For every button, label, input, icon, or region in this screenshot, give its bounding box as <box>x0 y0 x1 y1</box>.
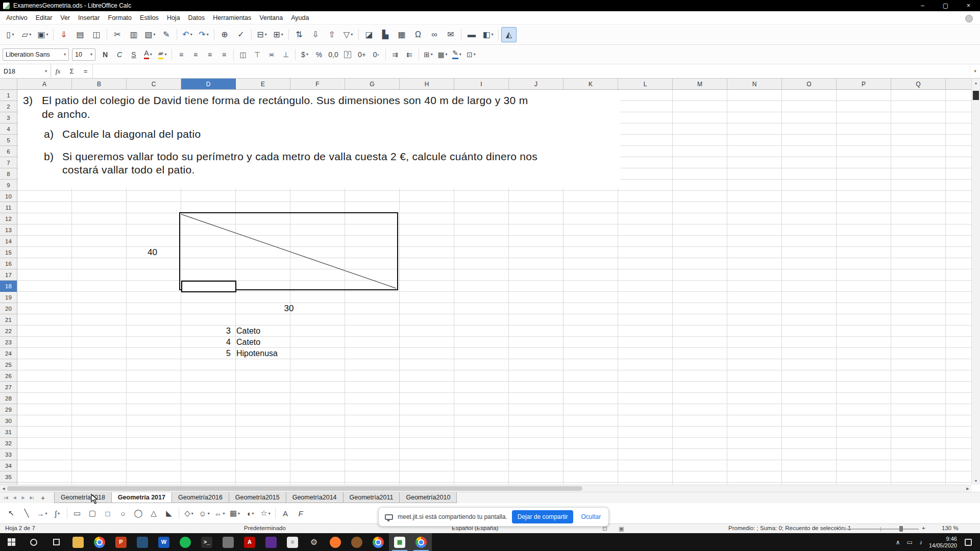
italic-button[interactable]: C <box>113 48 126 61</box>
close-button[interactable]: × <box>957 0 980 11</box>
increase-indent-button[interactable]: ⇉ <box>388 48 402 61</box>
sheet-tab[interactable]: Geometría2014 <box>286 492 344 503</box>
vertical-scroll-thumb[interactable] <box>973 91 979 100</box>
square-tool[interactable]: □ <box>101 506 115 520</box>
bold-button[interactable]: N <box>99 48 112 61</box>
curves-polygons-tool[interactable]: ∫ ▾ <box>50 506 64 520</box>
column-header[interactable] <box>946 79 971 89</box>
align-bottom-button[interactable]: ⊥ <box>279 48 292 61</box>
sheet-tab[interactable]: Geometría2016 <box>172 492 229 503</box>
border-color-button[interactable]: ✎ ▾ <box>450 48 463 61</box>
zoom-slider-track[interactable] <box>843 529 919 530</box>
borders-button[interactable]: ⊞ ▾ <box>422 48 435 61</box>
taskbar-app-icon[interactable] <box>260 533 282 551</box>
font-color-button[interactable]: A ▾ <box>141 48 155 61</box>
show-draw-functions-button[interactable]: ◭ <box>501 27 517 42</box>
menu-item[interactable]: Insertar <box>74 12 104 23</box>
menu-item[interactable]: Ayuda <box>287 12 313 23</box>
format-currency-button[interactable]: $ ▾ <box>298 48 311 61</box>
column-header[interactable]: M <box>673 79 727 89</box>
sheet-count-status[interactable]: Hoja 2 de 7 <box>5 525 35 531</box>
open-file-button[interactable]: ▱ ▾ <box>19 27 34 42</box>
row-header[interactable]: 27 <box>0 382 17 393</box>
insert-columns-button[interactable]: ⊞ ▾ <box>271 27 286 42</box>
block-arrows-tool[interactable]: ⇔ ▾ <box>212 506 227 520</box>
sort-button[interactable]: ⇅ <box>291 27 307 42</box>
align-left-button[interactable]: ≡ <box>175 48 188 61</box>
paste-button[interactable]: ▧ ▾ <box>142 27 158 42</box>
taskbar-settings-icon[interactable]: ⚙ <box>303 533 325 551</box>
center-vertically-button[interactable]: ≍ <box>265 48 278 61</box>
underline-button[interactable]: S <box>127 48 140 61</box>
column-header[interactable]: I <box>454 79 509 89</box>
previous-sheet-button[interactable]: ◀ <box>10 495 19 500</box>
insert-hyperlink-button[interactable]: ∞ <box>427 27 442 42</box>
spreadsheet-cell[interactable]: 5 <box>182 349 233 358</box>
taskbar-folder-icon[interactable] <box>67 533 89 551</box>
format-number-button[interactable]: 0,0 <box>327 48 340 61</box>
font-name-combo[interactable]: Liberation Sans ▾ <box>3 48 69 61</box>
freeze-rows-columns-button[interactable]: ◧ ▾ <box>480 27 496 42</box>
highlighting-color-button[interactable]: ▰ ▾ <box>156 48 169 61</box>
row-header[interactable]: 25 <box>0 359 17 370</box>
align-justified-button[interactable]: ≡ <box>217 48 231 61</box>
basic-shapes-tool[interactable]: ◇ ▾ <box>182 506 196 520</box>
first-sheet-button[interactable]: |◀ <box>2 495 10 500</box>
taskbar-notepad-icon[interactable]: ≡ <box>282 533 303 551</box>
update-notification-icon[interactable] <box>965 15 973 22</box>
row-header[interactable]: 11 <box>0 202 17 213</box>
insert-line-tool[interactable]: ╲ <box>19 506 34 520</box>
taskbar-chrome-icon[interactable] <box>89 533 110 551</box>
copy-button[interactable]: ▥ <box>126 27 141 42</box>
save-button[interactable]: ▣ ▾ <box>35 27 51 42</box>
row-header[interactable]: 28 <box>0 393 17 404</box>
redo-button[interactable]: ↷ ▾ <box>196 27 211 42</box>
taskbar-app-icon[interactable] <box>132 533 153 551</box>
row-header[interactable]: 4 <box>0 123 17 135</box>
merge-cells-button[interactable]: ◫ <box>236 48 250 61</box>
row-header[interactable]: 17 <box>0 269 17 281</box>
hide-notification-button[interactable]: Ocultar <box>578 510 604 523</box>
decrease-indent-button[interactable]: ⇇ <box>403 48 416 61</box>
column-header[interactable]: F <box>290 79 345 89</box>
menu-item[interactable]: Datos <box>184 12 209 23</box>
vertical-scrollbar[interactable]: ▲ ▼ <box>971 79 980 485</box>
insert-pivot-table-button[interactable]: ▦ <box>394 27 409 42</box>
row-header[interactable]: 16 <box>0 258 17 269</box>
font-size-combo[interactable]: 10 ▾ <box>72 48 95 61</box>
add-sheet-button[interactable]: + <box>38 494 48 502</box>
format-date-button[interactable]: 7 <box>341 48 354 61</box>
sort-descending-button[interactable]: ⇧ <box>324 27 339 42</box>
menu-item[interactable]: Ver <box>56 12 74 23</box>
row-header[interactable]: 29 <box>0 404 17 415</box>
row-header[interactable]: 2 <box>0 101 17 112</box>
start-button[interactable] <box>0 533 22 551</box>
column-header[interactable]: K <box>564 79 618 89</box>
column-header[interactable]: O <box>782 79 837 89</box>
taskbar-app-icon[interactable] <box>346 533 368 551</box>
row-header[interactable]: 22 <box>0 325 17 337</box>
callout-shapes-tool[interactable]: ◖ ▾ <box>243 506 257 520</box>
row-header[interactable]: 15 <box>0 247 17 258</box>
spreadsheet-cell[interactable]: Hipotenusa <box>233 349 278 358</box>
row-header[interactable]: 7 <box>0 157 17 168</box>
horizontal-scrollbar[interactable]: ◀ ▶ <box>0 485 971 492</box>
print-button[interactable]: ▤ <box>72 27 88 42</box>
expand-formula-bar-icon[interactable]: ▾ <box>970 64 980 78</box>
circle-tool[interactable]: ◯ <box>131 506 145 520</box>
zoom-out-button[interactable]: − <box>835 525 839 531</box>
selection-stats[interactable]: Promedio: ; Suma: 0; Recuento de selecci… <box>728 525 851 531</box>
row-header[interactable]: 8 <box>0 168 17 180</box>
last-sheet-button[interactable]: ▶| <box>28 495 36 500</box>
fontwork-tool[interactable]: F <box>293 506 308 520</box>
format-percent-button[interactable]: % <box>312 48 326 61</box>
document-modified-icon[interactable]: ▣ <box>619 525 624 532</box>
conditional-formatting-button[interactable]: ⊡ ▾ <box>464 48 478 61</box>
taskbar-chrome-icon[interactable] <box>368 533 389 551</box>
rounded-rectangle-tool[interactable]: ▢ <box>85 506 100 520</box>
next-sheet-button[interactable]: ▶ <box>19 495 28 500</box>
row-header[interactable]: 35 <box>0 471 17 483</box>
name-box[interactable]: D18 ▾ <box>0 64 51 78</box>
taskbar-firefox-icon[interactable] <box>325 533 346 551</box>
sheet-tab[interactable]: Geometría2011 <box>343 492 400 503</box>
